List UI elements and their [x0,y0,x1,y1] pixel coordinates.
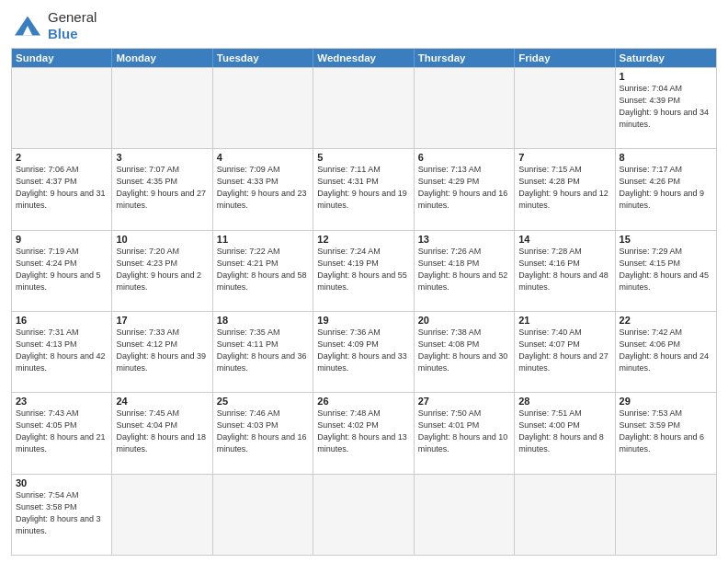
day-number: 12 [317,234,409,245]
header-cell-wednesday: Wednesday [313,49,414,67]
header-cell-monday: Monday [112,49,212,67]
calendar-row-0: 1Sunrise: 7:04 AM Sunset: 4:39 PM Daylig… [12,67,716,148]
day-number: 21 [518,315,610,326]
day-number: 19 [317,315,409,326]
day-number: 11 [217,234,309,245]
calendar-cell [515,475,615,555]
header: General Blue [11,9,717,42]
calendar-cell [313,68,414,148]
calendar-cell: 25Sunrise: 7:46 AM Sunset: 4:03 PM Dayli… [213,393,313,473]
sun-info: Sunrise: 7:46 AM Sunset: 4:03 PM Dayligh… [217,408,309,455]
sun-info: Sunrise: 7:38 AM Sunset: 4:08 PM Dayligh… [418,327,510,374]
calendar-cell: 20Sunrise: 7:38 AM Sunset: 4:08 PM Dayli… [415,312,515,392]
calendar-cell: 13Sunrise: 7:26 AM Sunset: 4:18 PM Dayli… [415,231,515,311]
calendar-cell [213,68,313,148]
sun-info: Sunrise: 7:54 AM Sunset: 3:58 PM Dayligh… [16,489,108,537]
day-number: 26 [317,396,409,407]
calendar-cell: 18Sunrise: 7:35 AM Sunset: 4:11 PM Dayli… [213,312,313,392]
header-cell-saturday: Saturday [616,49,716,67]
day-number: 18 [217,315,309,326]
calendar: SundayMondayTuesdayWednesdayThursdayFrid… [11,48,717,556]
day-number: 13 [418,234,510,245]
calendar-row-2: 9Sunrise: 7:19 AM Sunset: 4:24 PM Daylig… [12,230,716,311]
day-number: 8 [620,152,712,163]
calendar-cell: 23Sunrise: 7:43 AM Sunset: 4:05 PM Dayli… [12,393,112,473]
sun-info: Sunrise: 7:28 AM Sunset: 4:16 PM Dayligh… [518,246,610,293]
calendar-row-4: 23Sunrise: 7:43 AM Sunset: 4:05 PM Dayli… [12,392,716,473]
calendar-cell: 26Sunrise: 7:48 AM Sunset: 4:02 PM Dayli… [313,393,414,473]
day-number: 2 [16,152,108,163]
calendar-row-3: 16Sunrise: 7:31 AM Sunset: 4:13 PM Dayli… [12,311,716,392]
sun-info: Sunrise: 7:33 AM Sunset: 4:12 PM Dayligh… [116,327,208,374]
sun-info: Sunrise: 7:09 AM Sunset: 4:33 PM Dayligh… [217,164,309,212]
logo-icon [11,13,44,39]
day-number: 10 [116,234,208,245]
calendar-cell: 10Sunrise: 7:20 AM Sunset: 4:23 PM Dayli… [112,231,212,311]
logo: General Blue [11,9,97,42]
sun-info: Sunrise: 7:20 AM Sunset: 4:23 PM Dayligh… [116,246,208,293]
calendar-cell: 27Sunrise: 7:50 AM Sunset: 4:01 PM Dayli… [415,393,515,473]
day-number: 29 [620,396,712,407]
calendar-cell: 29Sunrise: 7:53 AM Sunset: 3:59 PM Dayli… [616,393,716,473]
calendar-cell: 30Sunrise: 7:54 AM Sunset: 3:58 PM Dayli… [12,475,112,555]
calendar-cell: 2Sunrise: 7:06 AM Sunset: 4:37 PM Daylig… [12,149,112,229]
day-number: 30 [16,477,108,488]
day-number: 17 [116,315,208,326]
calendar-row-5: 30Sunrise: 7:54 AM Sunset: 3:58 PM Dayli… [12,474,716,555]
day-number: 14 [518,234,610,245]
sun-info: Sunrise: 7:22 AM Sunset: 4:21 PM Dayligh… [217,246,309,293]
calendar-cell: 3Sunrise: 7:07 AM Sunset: 4:35 PM Daylig… [112,149,212,229]
calendar-cell: 28Sunrise: 7:51 AM Sunset: 4:00 PM Dayli… [515,393,615,473]
calendar-cell [12,68,112,148]
sun-info: Sunrise: 7:04 AM Sunset: 4:39 PM Dayligh… [620,83,712,131]
calendar-body: 1Sunrise: 7:04 AM Sunset: 4:39 PM Daylig… [12,67,716,555]
calendar-row-1: 2Sunrise: 7:06 AM Sunset: 4:37 PM Daylig… [12,148,716,229]
calendar-cell: 15Sunrise: 7:29 AM Sunset: 4:15 PM Dayli… [616,231,716,311]
sun-info: Sunrise: 7:31 AM Sunset: 4:13 PM Dayligh… [16,327,108,374]
calendar-cell: 12Sunrise: 7:24 AM Sunset: 4:19 PM Dayli… [313,231,414,311]
calendar-header: SundayMondayTuesdayWednesdayThursdayFrid… [12,49,716,67]
day-number: 25 [217,396,309,407]
sun-info: Sunrise: 7:24 AM Sunset: 4:19 PM Dayligh… [317,246,409,293]
day-number: 24 [116,396,208,407]
day-number: 3 [116,152,208,163]
sun-info: Sunrise: 7:19 AM Sunset: 4:24 PM Dayligh… [16,246,108,293]
calendar-cell [313,475,414,555]
sun-info: Sunrise: 7:50 AM Sunset: 4:01 PM Dayligh… [418,408,510,455]
sun-info: Sunrise: 7:36 AM Sunset: 4:09 PM Dayligh… [317,327,409,374]
day-number: 28 [518,396,610,407]
calendar-cell [112,475,212,555]
sun-info: Sunrise: 7:26 AM Sunset: 4:18 PM Dayligh… [418,246,510,293]
header-cell-thursday: Thursday [415,49,515,67]
calendar-cell: 6Sunrise: 7:13 AM Sunset: 4:29 PM Daylig… [415,149,515,229]
calendar-cell [616,475,716,555]
sun-info: Sunrise: 7:15 AM Sunset: 4:28 PM Dayligh… [518,164,610,212]
calendar-cell: 17Sunrise: 7:33 AM Sunset: 4:12 PM Dayli… [112,312,212,392]
calendar-cell: 24Sunrise: 7:45 AM Sunset: 4:04 PM Dayli… [112,393,212,473]
calendar-cell: 4Sunrise: 7:09 AM Sunset: 4:33 PM Daylig… [213,149,313,229]
sun-info: Sunrise: 7:48 AM Sunset: 4:02 PM Dayligh… [317,408,409,455]
calendar-cell [415,475,515,555]
calendar-cell: 21Sunrise: 7:40 AM Sunset: 4:07 PM Dayli… [515,312,615,392]
calendar-cell [515,68,615,148]
header-cell-friday: Friday [515,49,615,67]
day-number: 20 [418,315,510,326]
header-cell-sunday: Sunday [12,49,112,67]
calendar-cell: 1Sunrise: 7:04 AM Sunset: 4:39 PM Daylig… [616,68,716,148]
sun-info: Sunrise: 7:29 AM Sunset: 4:15 PM Dayligh… [620,246,712,293]
day-number: 7 [518,152,610,163]
calendar-cell: 19Sunrise: 7:36 AM Sunset: 4:09 PM Dayli… [313,312,414,392]
sun-info: Sunrise: 7:40 AM Sunset: 4:07 PM Dayligh… [518,327,610,374]
calendar-cell: 14Sunrise: 7:28 AM Sunset: 4:16 PM Dayli… [515,231,615,311]
sun-info: Sunrise: 7:07 AM Sunset: 4:35 PM Dayligh… [116,164,208,212]
calendar-cell: 22Sunrise: 7:42 AM Sunset: 4:06 PM Dayli… [616,312,716,392]
sun-info: Sunrise: 7:53 AM Sunset: 3:59 PM Dayligh… [620,408,712,455]
day-number: 15 [620,234,712,245]
day-number: 6 [418,152,510,163]
header-cell-tuesday: Tuesday [213,49,313,67]
day-number: 22 [620,315,712,326]
calendar-cell: 7Sunrise: 7:15 AM Sunset: 4:28 PM Daylig… [515,149,615,229]
sun-info: Sunrise: 7:17 AM Sunset: 4:26 PM Dayligh… [620,164,712,212]
calendar-cell: 5Sunrise: 7:11 AM Sunset: 4:31 PM Daylig… [313,149,414,229]
calendar-cell [415,68,515,148]
